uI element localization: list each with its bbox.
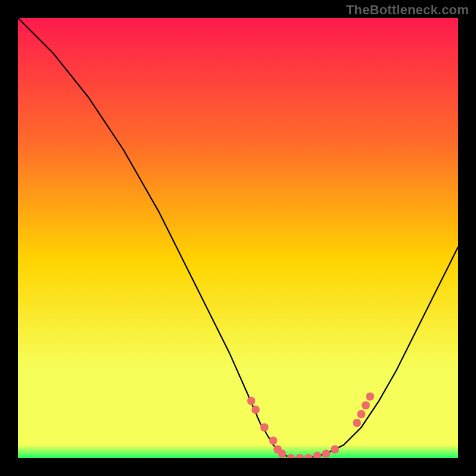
highlight-dot xyxy=(362,401,370,409)
highlight-dot xyxy=(252,406,260,414)
highlight-dot xyxy=(366,392,374,400)
watermark-text: TheBottleneck.com xyxy=(346,2,469,18)
highlight-dot xyxy=(322,450,330,458)
highlight-dot xyxy=(278,450,286,458)
highlight-dot xyxy=(353,419,361,427)
gradient-background xyxy=(18,18,458,458)
highlight-dot xyxy=(247,397,255,405)
highlight-dot xyxy=(260,423,268,431)
highlight-dot xyxy=(357,410,365,418)
highlight-dot xyxy=(269,436,277,444)
chart-svg xyxy=(18,18,458,458)
chart-frame: TheBottleneck.com xyxy=(0,0,476,476)
highlight-dot xyxy=(331,445,339,453)
plot-area xyxy=(18,18,458,458)
